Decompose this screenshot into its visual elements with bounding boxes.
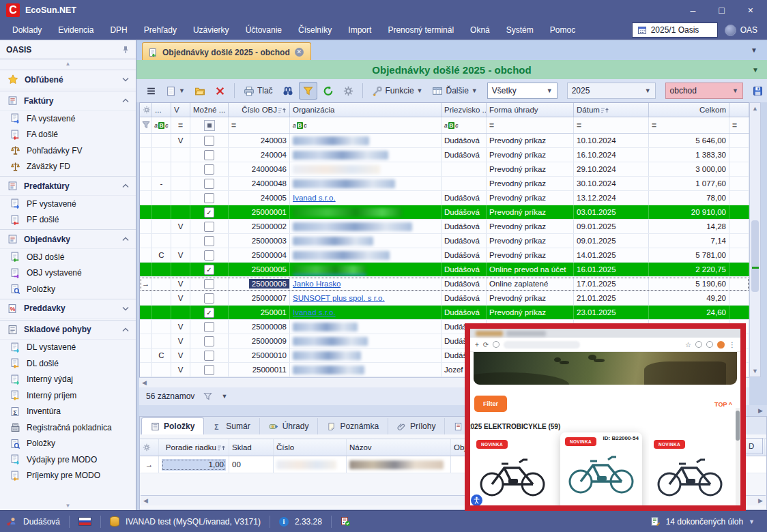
- cell-organizacia[interactable]: Janko Hrasko: [290, 277, 442, 291]
- cell-datum[interactable]: 14.01.2025: [574, 248, 649, 262]
- sidebar-scroll-down[interactable]: ▼: [0, 501, 136, 510]
- detail-tab-polo-ky[interactable]: Položky: [141, 417, 204, 434]
- menu-doklady[interactable]: Doklady: [4, 20, 50, 40]
- cell-datum[interactable]: 09.01.2025: [574, 234, 649, 248]
- sidebar-item-obj-vystaven[interactable]: OBJ vystavené: [0, 265, 136, 282]
- cell-mozne[interactable]: [190, 220, 229, 233]
- cell-datum[interactable]: 10.10.2024: [574, 134, 649, 147]
- close-button[interactable]: ×: [748, 5, 753, 16]
- filter-button[interactable]: Filter: [474, 396, 507, 412]
- cell-mozne[interactable]: ✓: [190, 263, 229, 276]
- menu-uz-vierky[interactable]: Uzávierky: [185, 20, 237, 40]
- sidebar-item-pf-do-l[interactable]: PF došlé: [0, 212, 136, 228]
- cell-priezvisko[interactable]: Dudášová: [442, 277, 487, 291]
- detail-tab-sum-r[interactable]: ΣSumár: [204, 418, 259, 434]
- cell-mozne[interactable]: [190, 334, 229, 348]
- menu-prenosn-termin-l[interactable]: Prenosný terminál: [379, 20, 462, 40]
- sidebar-item-fa-vystaven[interactable]: FA vystavené: [0, 110, 136, 127]
- chevron-up-icon[interactable]: [122, 98, 129, 103]
- cell-organizacia[interactable]: [290, 263, 442, 276]
- menu-evidencia[interactable]: Evidencia: [50, 20, 102, 40]
- cell-priezvisko[interactable]: Dudášová: [442, 263, 487, 276]
- cell-cislo-obj[interactable]: 24000046: [229, 162, 290, 176]
- cell-mozne[interactable]: [190, 248, 229, 262]
- cell-organizacia[interactable]: [290, 148, 442, 162]
- column-header-[interactable]: ...: [152, 103, 171, 117]
- cell-cislo-obj[interactable]: 240003: [229, 134, 290, 147]
- cell-mozne[interactable]: ✓: [190, 306, 229, 319]
- checkbox-checked[interactable]: ✓: [204, 265, 214, 275]
- column-header-forma-hrady[interactable]: Forma úhrady: [487, 103, 574, 117]
- order-row-240003[interactable]: V240003DudášováPrevodný príkaz10.10.2024…: [140, 134, 749, 148]
- menu-pomoc[interactable]: Pomoc: [542, 20, 583, 40]
- cell-forma-uhrady[interactable]: Prevodný príkaz: [487, 234, 574, 248]
- cell-forma-uhrady[interactable]: Prevodný príkaz: [487, 177, 574, 190]
- detail-cell-sklad[interactable]: 00: [229, 456, 274, 473]
- order-row-240005[interactable]: 240005Ivanad s.r.o.DudášováPrevodný prík…: [140, 191, 749, 205]
- sidebar-item-v-dajky-pre-modo[interactable]: Výdajky pre MODO: [0, 452, 136, 468]
- sidebar-item-skladov-pohyby[interactable]: Skladové pohyby: [0, 320, 136, 340]
- detail-tab-hrady[interactable]: Úhrady: [260, 418, 319, 434]
- bookmark-star-icon[interactable]: ☆: [685, 341, 691, 349]
- cell-celkom[interactable]: 24,60: [649, 306, 729, 319]
- sidebar-item-dl-vystaven[interactable]: DL vystavené: [0, 340, 136, 356]
- sidebar-item-poh-ad-vky-fv[interactable]: Pohľadávky FV: [0, 143, 136, 159]
- cell-datum[interactable]: 16.10.2024: [574, 148, 649, 162]
- order-row-25000004[interactable]: CV25000004DudášováPrevodný príkaz14.01.2…: [140, 248, 749, 263]
- sidebar-item-polo-ky[interactable]: Položky: [0, 281, 136, 297]
- cell-organizacia[interactable]: [290, 162, 442, 176]
- chevron-up-icon[interactable]: [122, 183, 129, 188]
- redacted-browser-tab[interactable]: [506, 331, 546, 336]
- cell-celkom[interactable]: 78,00: [649, 191, 729, 205]
- user-badge[interactable]: OAS: [725, 25, 757, 36]
- sidebar-item-pr-jemky-pre-modo[interactable]: Príjemky pre MODO: [0, 468, 136, 484]
- detail-cell-cislo[interactable]: [274, 456, 347, 473]
- pin-icon[interactable]: [121, 46, 130, 54]
- cell-priezvisko[interactable]: Dudášová: [442, 220, 487, 233]
- column-header-celkom[interactable]: Celkom: [649, 103, 729, 117]
- browser-reload-icon[interactable]: ⟳: [483, 341, 489, 349]
- filter-funnel-icon[interactable]: [203, 392, 213, 401]
- chevron-up-icon[interactable]: [122, 327, 129, 332]
- cell-forma-uhrady[interactable]: Prevodný príkaz: [487, 134, 574, 147]
- filter-cell[interactable]: =: [649, 117, 729, 133]
- sidebar-item-pf-vystaven[interactable]: PF vystavené: [0, 196, 136, 212]
- cell-datum[interactable]: 21.01.2025: [574, 291, 649, 305]
- cell-cislo-obj[interactable]: 25000001: [229, 205, 290, 219]
- checkbox-unchecked[interactable]: [204, 279, 214, 289]
- checkbox-unchecked[interactable]: [204, 164, 214, 175]
- cell-forma-uhrady[interactable]: Prevodný príkaz: [487, 148, 574, 162]
- selected-cell[interactable]: 1,00: [162, 459, 226, 471]
- detail-column-slo[interactable]: Číslo: [274, 439, 347, 456]
- cell-organizacia[interactable]: [290, 363, 442, 376]
- filter-cell[interactable]: =: [487, 117, 574, 133]
- sidebar-item-invent-ra[interactable]: ΣInventúra: [0, 404, 136, 420]
- organization-link[interactable]: SUNSOFT plus spol. s r.o.: [293, 294, 385, 302]
- cell-cislo-obj[interactable]: 250001: [229, 306, 290, 319]
- column-header-v[interactable]: V: [171, 103, 190, 117]
- cell-cislo-obj[interactable]: 25000007: [229, 291, 290, 305]
- cell-datum[interactable]: 29.10.2024: [574, 162, 649, 176]
- cell-cislo-obj[interactable]: 24000048: [229, 177, 290, 190]
- status-tasks[interactable]: 14 dokončených úloh: [666, 517, 743, 527]
- checkbox-unchecked[interactable]: [204, 250, 214, 261]
- checkbox-unchecked[interactable]: [204, 365, 214, 375]
- cell-priezvisko[interactable]: Dudášová: [442, 234, 487, 248]
- column-header-blank[interactable]: [140, 103, 152, 117]
- cell-organizacia[interactable]: [290, 334, 442, 348]
- settings-button[interactable]: [339, 82, 358, 100]
- filter-cell[interactable]: [190, 117, 229, 133]
- checkbox-unchecked[interactable]: [204, 322, 214, 332]
- sidebar-item-dl-do-l[interactable]: DL došlé: [0, 355, 136, 372]
- product-card[interactable]: NOVINKAID: B22000-54: [560, 432, 642, 511]
- sidebar-item-obj-do-l[interactable]: OBJ došlé: [0, 249, 136, 265]
- menu-tovanie[interactable]: Účtovanie: [237, 20, 290, 40]
- extension-icon[interactable]: [706, 341, 713, 348]
- scrollbar-thumb[interactable]: [751, 220, 759, 292]
- order-row-25000002[interactable]: V25000002DudášováPrevodný príkaz09.01.20…: [140, 220, 749, 234]
- filter-cell[interactable]: aBc: [290, 117, 442, 133]
- cell-forma-uhrady[interactable]: Prevodný príkaz: [487, 205, 574, 219]
- order-row-25000003[interactable]: 25000003DudášováPrevodný príkaz09.01.202…: [140, 234, 749, 248]
- cell-organizacia[interactable]: Ivanad s.r.o.: [290, 191, 442, 205]
- pane-scroll-right-icon[interactable]: ▶: [758, 407, 763, 414]
